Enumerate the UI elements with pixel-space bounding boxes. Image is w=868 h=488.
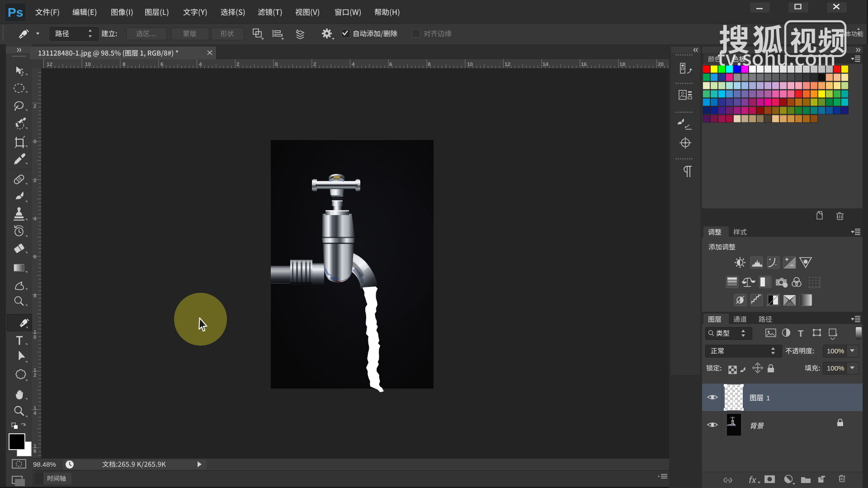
svg-text:2: 2 [33,103,36,109]
svg-text:1: 1 [766,394,770,402]
svg-text:8: 8 [33,293,37,298]
svg-text:0: 0 [33,334,36,340]
svg-text:98.48%: 98.48% [33,460,56,468]
svg-text:12: 12 [505,61,510,67]
svg-text:4: 4 [199,61,202,67]
svg-text:2: 2 [33,178,36,183]
svg-text:2: 2 [33,372,36,378]
svg-text:6: 6 [389,61,392,67]
svg-text:6: 6 [33,448,36,454]
svg-text:2: 2 [236,61,239,67]
svg-text:4: 4 [352,61,355,67]
svg-text:0: 0 [275,61,278,67]
svg-text:4: 4 [33,216,37,221]
svg-text:0: 0 [33,139,36,144]
svg-text:8: 8 [123,61,126,67]
svg-text:Ps: Ps [8,5,23,19]
svg-text:18: 18 [619,61,625,67]
svg-text:2: 2 [313,61,316,67]
svg-text:100%: 100% [827,347,844,355]
svg-text:10: 10 [85,61,91,67]
svg-text:14: 14 [542,61,548,67]
svg-text:16: 16 [581,61,587,67]
svg-text:T: T [798,328,803,338]
svg-text:12: 12 [47,61,52,67]
svg-text:4: 4 [33,410,37,416]
svg-text:6: 6 [33,254,36,259]
svg-text:100%: 100% [827,364,844,372]
svg-text:10: 10 [467,61,473,67]
svg-text:8: 8 [428,61,431,67]
svg-text:6: 6 [160,61,163,67]
svg-text:20: 20 [658,61,664,67]
